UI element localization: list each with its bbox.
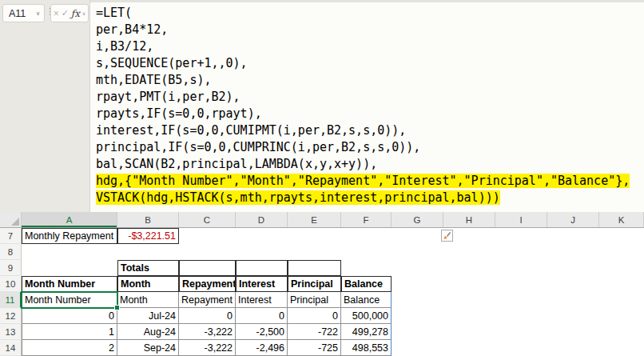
formula-line: rpayt,PMT(i,per,B2), xyxy=(96,89,644,106)
column-header-F[interactable]: F xyxy=(341,212,392,227)
cell-E11[interactable]: Principal xyxy=(288,292,341,308)
formula-line: mth,EDATE(B5,s), xyxy=(96,72,644,89)
column-header-I[interactable]: I xyxy=(495,212,547,227)
cell-F11[interactable]: Balance xyxy=(341,292,392,308)
formula-line: s,SEQUENCE(per+1,,0), xyxy=(96,55,644,72)
fx-dropdown-icon[interactable]: ∨ xyxy=(82,10,85,16)
cell-A10[interactable]: Month Number xyxy=(22,276,117,292)
name-box-value: A11 xyxy=(9,8,26,19)
column-header-D[interactable]: D xyxy=(236,212,288,227)
format-options-smart-tag[interactable] xyxy=(441,230,453,242)
column-header-B[interactable]: B xyxy=(117,212,179,227)
cell-C11[interactable]: Repayment xyxy=(179,292,236,308)
excel-window: A11 ∨ ⋮ × ✓ ƒx ∨ =LET(per,B4*12,i,B3/12,… xyxy=(0,0,644,356)
formula-bar: A11 ∨ ⋮ × ✓ ƒx ∨ =LET(per,B4*12,i,B3/12,… xyxy=(0,0,644,212)
cell-B12[interactable]: Jul-24 xyxy=(117,308,179,324)
formula-line: bal,SCAN(B2,principal,LAMBDA(x,y,x+y)), xyxy=(96,156,644,173)
formula-line: i,B3/12, xyxy=(96,38,644,55)
formula-line: VSTACK(hdg,HSTACK(s,mth,rpayts,interest,… xyxy=(96,190,644,206)
row-header-10[interactable]: 10 xyxy=(0,276,22,292)
cell-B11[interactable]: Month xyxy=(117,292,179,308)
cell-C14[interactable]: -3,222 xyxy=(179,340,236,356)
name-box-dropdown-icon[interactable]: ∨ xyxy=(36,10,40,17)
column-header-K[interactable]: K xyxy=(599,212,644,227)
column-header-G[interactable]: G xyxy=(392,212,443,227)
cell-C9[interactable] xyxy=(179,260,236,276)
row-header-9[interactable]: 9 xyxy=(0,260,22,276)
select-all-corner[interactable] xyxy=(0,212,22,227)
row-header-14[interactable]: 14 xyxy=(0,340,22,356)
column-header-J[interactable]: J xyxy=(547,212,599,227)
formula-line: =LET( xyxy=(96,5,644,22)
cell-D13[interactable]: -2,500 xyxy=(236,324,288,340)
column-header-A[interactable]: A xyxy=(22,212,117,227)
formula-line: hdg,{"Month Number","Month","Repayment",… xyxy=(96,173,644,190)
row-header-7[interactable]: 7 xyxy=(0,228,22,244)
column-header-C[interactable]: C xyxy=(179,212,236,227)
formula-line: interest,IF(s=0,0,CUMIPMT(i,per,B2,s,s,0… xyxy=(96,122,644,139)
name-box-panel: A11 ∨ ⋮ × ✓ ƒx ∨ xyxy=(0,0,90,212)
cell-D10[interactable]: Interest xyxy=(236,276,288,292)
cell-B7[interactable]: -$3,221.51 xyxy=(117,228,179,244)
cell-D9[interactable] xyxy=(236,260,288,276)
formula-bar-buttons: × ✓ ƒx ∨ xyxy=(50,4,89,22)
cell-D12[interactable]: 0 xyxy=(236,308,288,324)
cell-C13[interactable]: -3,222 xyxy=(179,324,236,340)
cell-E10[interactable]: Principal xyxy=(288,276,341,292)
formula-line: rpayts,IF(s=0,0,rpayt), xyxy=(96,106,644,122)
select-all-triangle-icon xyxy=(11,218,19,226)
cell-F12[interactable]: 500,000 xyxy=(341,308,392,324)
cell-C10[interactable]: Repayment xyxy=(179,276,236,292)
cell-A7[interactable]: Monthly Repayment xyxy=(22,228,117,244)
row-header-8[interactable]: 8 xyxy=(0,244,22,260)
format-brush-icon xyxy=(443,231,451,240)
cell-D11[interactable]: Interest xyxy=(236,292,288,308)
row-header-12[interactable]: 12 xyxy=(0,308,22,324)
cell-A12[interactable]: 0 xyxy=(22,308,117,324)
cell-C12[interactable]: 0 xyxy=(179,308,236,324)
cell-B9[interactable]: Totals xyxy=(117,260,179,276)
cell-B14[interactable]: Sep-24 xyxy=(117,340,179,356)
column-header-H[interactable]: H xyxy=(443,212,495,227)
cell-F14[interactable]: 498,553 xyxy=(341,340,392,356)
cell-E13[interactable]: -722 xyxy=(288,324,341,340)
column-header-E[interactable]: E xyxy=(288,212,341,227)
cell-F13[interactable]: 499,278 xyxy=(341,324,392,340)
cell-A13[interactable]: 1 xyxy=(22,324,117,340)
cell-F10[interactable]: Balance xyxy=(341,276,392,292)
formula-line: per,B4*12, xyxy=(96,22,644,38)
formula-input[interactable]: =LET(per,B4*12,i,B3/12,s,SEQUENCE(per+1,… xyxy=(90,0,644,212)
cell-B13[interactable]: Aug-24 xyxy=(117,324,179,340)
insert-function-icon[interactable]: ƒx xyxy=(71,8,80,19)
cell-D14[interactable]: -2,496 xyxy=(236,340,288,356)
sheet-cells-area: 7Monthly Repayment-$3,221.5189Totals10Mo… xyxy=(0,228,644,356)
cancel-icon[interactable]: × xyxy=(54,8,59,19)
name-box[interactable]: A11 ∨ xyxy=(2,4,45,22)
formula-line: principal,IF(s=0,0,CUMPRINC(i,per,B2,s,s… xyxy=(96,139,644,156)
cell-A11[interactable]: Month Number xyxy=(22,292,117,308)
cell-E9[interactable] xyxy=(288,260,341,276)
cell-B10[interactable]: Month xyxy=(117,276,179,292)
spreadsheet-grid: ABCDEFGHIJK 7Monthly Repayment-$3,221.51… xyxy=(0,212,644,356)
row-header-11[interactable]: 11 xyxy=(0,292,22,308)
cell-A14[interactable]: 2 xyxy=(22,340,117,356)
enter-icon[interactable]: ✓ xyxy=(62,8,69,18)
column-header-row: ABCDEFGHIJK xyxy=(0,212,644,228)
cell-E12[interactable]: 0 xyxy=(288,308,341,324)
cell-E14[interactable]: -725 xyxy=(288,340,341,356)
row-header-13[interactable]: 13 xyxy=(0,324,22,340)
